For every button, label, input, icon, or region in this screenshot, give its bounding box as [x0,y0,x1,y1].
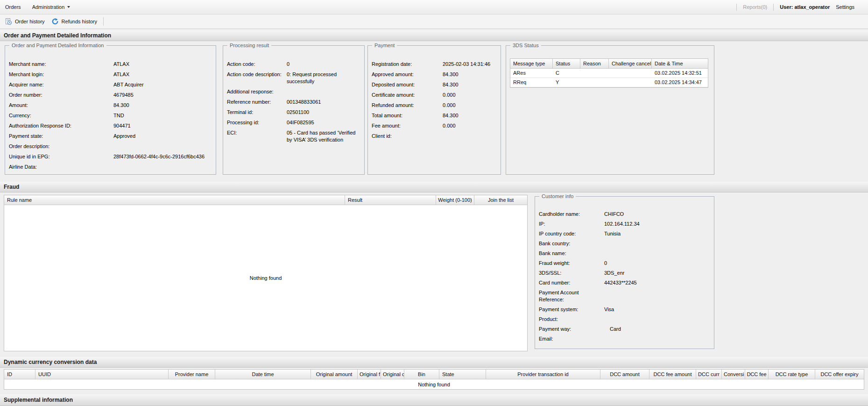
column-header[interactable]: Original amount [311,370,358,379]
column-header[interactable]: Reason [580,59,609,68]
field-row: Merchant name: ATLAX [9,61,212,68]
menu-administration[interactable]: Administration [27,0,76,14]
field-value [113,143,212,150]
field-row: Certificate amount: 0.000 [372,92,497,99]
field-row: Client id: [372,133,497,140]
column-header[interactable]: Result [345,195,436,205]
field-row: Processing id: 04IF082595 [227,119,360,126]
field-label: Client id: [372,133,443,140]
3ds-table-body: ARes C 03.02.2025 14:32:51 RReq Y 03.02.… [510,69,708,87]
3ds-status-table: Message typeStatusReasonChallenge cancel… [510,58,708,88]
field-row: Unique id in EPG: 28f473fd-0662-4f4c-9c6… [9,153,212,160]
column-header[interactable]: Status [553,59,580,68]
column-header[interactable]: Date time [215,370,311,379]
menu-reports[interactable]: Reports(0) [743,4,767,10]
table-row[interactable]: RReq Y 03.02.2025 14:34:47 [510,78,708,87]
column-header[interactable]: Provider transaction id [486,370,600,379]
field-value: TND [113,112,212,119]
column-header[interactable]: DCC rate type [769,370,815,379]
field-value: 0.000 [443,122,497,129]
column-header[interactable]: DCC curr [696,370,722,379]
menu-settings[interactable]: Settings [836,4,854,10]
field-label: Processing id: [227,119,287,126]
field-row: Fee amount: 0.000 [372,122,497,129]
field-value: Card [604,326,710,333]
column-header[interactable]: Bin [404,370,439,379]
cell-date-time: 03.02.2025 14:34:47 [652,78,708,87]
field-label: Email: [539,335,604,342]
order-history-icon [5,18,12,25]
field-value: 05 - Card has passed ‘Verified by VISA’ … [287,129,360,143]
order-history-button[interactable]: Order history [2,16,49,27]
field-row: Email: [539,335,710,342]
table-row[interactable]: ARes C 03.02.2025 14:32:51 [510,69,708,78]
section-header-fraud: Fraud [0,181,868,192]
column-header[interactable]: Original f [358,370,381,379]
field-label: Product: [539,316,604,323]
field-row: Authorization Response ID: 904471 [9,122,212,129]
field-value: Visa [604,306,710,313]
field-label: Fee amount: [372,122,443,129]
field-row: Payment state: Approved [9,133,212,140]
cell-status: C [553,69,580,78]
column-header[interactable]: Weight (0-100) [436,195,474,205]
column-header[interactable]: Conversi [722,370,745,379]
menu-bar: Orders Administration Reports(0) User: a… [0,0,868,14]
field-value: 04IF082595 [287,119,360,126]
menu-orders[interactable]: Orders [0,0,27,14]
field-value: 0.000 [443,92,497,99]
menu-right-cluster: Reports(0) User: atlax_operator Settings [736,4,868,11]
field-value: 0 [287,61,360,68]
order-history-label: Order history [15,19,45,24]
section-header-dcc: Dynamic currency conversion data [0,356,868,368]
field-value: 28f473fd-0662-4f4c-9c6c-2916cf6bc436 [113,153,212,160]
refunds-history-button[interactable]: Refunds history [49,16,101,27]
refunds-history-label: Refunds history [62,19,97,24]
field-value: 904471 [113,122,212,129]
field-value: 0: Request processed successfully [287,71,360,85]
column-header[interactable]: UUID [35,370,169,379]
field-row: Amount: 84.300 [9,102,212,109]
column-header[interactable]: Rule name [4,195,345,205]
field-row: Currency: TND [9,112,212,119]
field-row: Terminal id: 02501100 [227,109,360,116]
field-value [604,240,710,247]
fraud-table: Rule nameResultWeight (0-100)Join the li… [4,195,528,351]
field-row: 3DS/SSL: 3DS_enr [539,270,710,277]
column-header[interactable]: State [439,370,486,379]
column-header[interactable]: DCC fee amount [649,370,696,379]
field-value: 3DS_enr [604,270,710,277]
column-header[interactable]: DCC amount [600,370,649,379]
cell-reason [580,78,609,87]
column-header[interactable]: DCC offer expiry [815,370,864,379]
field-label: Fraud weight: [539,260,604,267]
field-value: 84.300 [113,102,212,109]
field-row: Card number: 442433**2245 [539,279,710,286]
field-label: Registration date: [372,61,443,68]
customer-info-rows: Cardholder name: CHIFCO IP: 102.164.112.… [535,197,714,342]
field-row: Registration date: 2025-02-03 14:31:46 [372,61,497,68]
field-value: Tunisia [604,230,710,237]
field-row: Bank country: [539,240,710,247]
column-header[interactable]: Date & Time [652,59,708,68]
column-header[interactable]: DCC fee [745,370,769,379]
field-value: Approved [113,133,212,140]
column-header[interactable]: Join the list [474,195,527,205]
field-label: Acquirer name: [9,81,113,88]
column-header[interactable]: ID [4,370,35,379]
field-value: 84.300 [443,71,497,78]
fraud-table-empty: Nothing found [4,205,527,351]
column-header[interactable]: Provider name [169,370,215,379]
field-value: 0.000 [443,102,497,109]
cell-challenge-cancel [609,78,652,87]
column-header[interactable]: Message type [510,59,553,68]
column-header[interactable]: Original c [381,370,404,379]
field-value: 4679485 [113,92,212,99]
order-info-rows: Merchant name: ATLAX Merchant login: ATL… [5,46,216,171]
order-info-fieldset: Order and Payment Detailed Information M… [5,45,216,175]
payment-fieldset: Payment Registration date: 2025-02-03 14… [367,45,501,175]
field-label: Bank country: [539,240,604,247]
fieldset-legend: Order and Payment Detailed Information [9,42,106,49]
column-header[interactable]: Challenge cancel [609,59,652,68]
field-value: 0 [604,260,710,267]
